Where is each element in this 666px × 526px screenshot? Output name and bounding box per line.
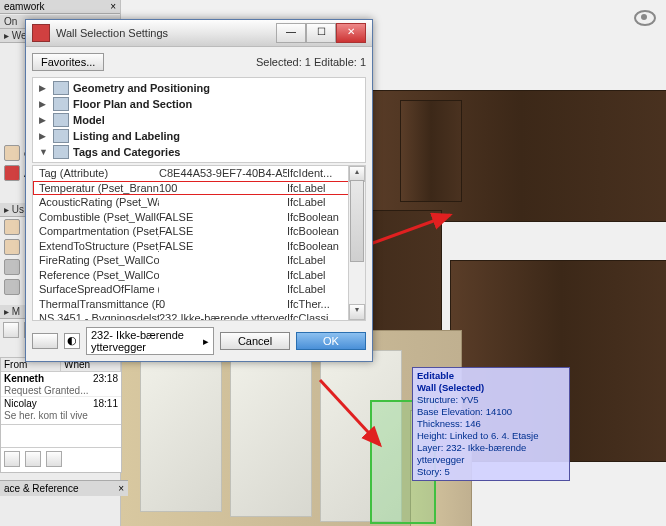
attr-type: IfcLabel bbox=[287, 253, 339, 268]
close-icon[interactable]: × bbox=[118, 483, 124, 494]
scroll-thumb[interactable] bbox=[350, 180, 364, 262]
scrollbar[interactable]: ▴ ▾ bbox=[348, 166, 365, 320]
minimize-button[interactable]: — bbox=[276, 23, 306, 43]
attr-row[interactable]: Reference (Pset_WallComm... IfcLabel bbox=[33, 268, 365, 283]
tooltip-thickness: Thickness: 146 bbox=[417, 418, 565, 430]
attr-value[interactable]: C8E44A53-9EF7-40B4-A531-910F033 bbox=[159, 166, 287, 181]
collapse-arrow-icon[interactable]: ▶ bbox=[39, 99, 49, 109]
attr-row-highlighted[interactable]: Temperatur (Pset_Brann) 100 IfcLabel bbox=[33, 181, 365, 196]
tooltip-base: Base Elevation: 14100 bbox=[417, 406, 565, 418]
model-icon bbox=[53, 113, 69, 127]
close-button[interactable]: ✕ bbox=[336, 23, 366, 43]
tooltip-layer: Layer: 232- Ikke-bærende yttervegger bbox=[417, 442, 565, 466]
chevron-down-icon: ▸ bbox=[203, 335, 209, 348]
attr-value[interactable] bbox=[159, 195, 287, 210]
chat-user[interactable]: Kenneth bbox=[4, 373, 44, 384]
attr-value[interactable] bbox=[159, 268, 287, 283]
tree-label: Listing and Labeling bbox=[73, 130, 180, 142]
tooltip-subheader: Wall (Selected) bbox=[417, 382, 565, 394]
visibility-icon[interactable]: ◐ bbox=[64, 333, 80, 349]
users-section[interactable]: Us bbox=[12, 204, 24, 215]
toolbar-btn[interactable] bbox=[3, 322, 19, 338]
attr-name: ExtendToStructure (Pset_W... bbox=[39, 239, 159, 254]
teamwork-tab-label[interactable]: eamwork bbox=[4, 1, 45, 12]
tree-model[interactable]: ▶ Model bbox=[33, 112, 365, 128]
tooltip-header: Editable bbox=[417, 370, 565, 382]
view-eye-icon[interactable] bbox=[634, 10, 656, 26]
attr-type: IfcTher... bbox=[287, 297, 339, 312]
wall-selection-settings-dialog: Wall Selection Settings — ☐ ✕ Favorites.… bbox=[25, 19, 373, 362]
selection-count: Selected: 1 Editable: 1 bbox=[256, 56, 366, 68]
tooltip-height: Height: Linked to 6. 4. Etasje bbox=[417, 430, 565, 442]
cancel-button[interactable]: Cancel bbox=[220, 332, 290, 350]
tags-icon bbox=[53, 145, 69, 159]
settings-tree: ▶ Geometry and Positioning ▶ Floor Plan … bbox=[32, 77, 366, 163]
chat-tool-btn[interactable] bbox=[4, 451, 20, 467]
attr-type: IfcLabel bbox=[287, 195, 339, 210]
favorites-button[interactable]: Favorites... bbox=[32, 53, 104, 71]
attr-name: Compartmentation (Pset_W... bbox=[39, 224, 159, 239]
dialog-titlebar[interactable]: Wall Selection Settings — ☐ ✕ bbox=[26, 20, 372, 47]
attr-value[interactable]: 232 Ikke-bærende yttervegger bbox=[159, 311, 287, 321]
attr-type: IfcClassi... bbox=[287, 311, 339, 321]
attr-row[interactable]: Compartmentation (Pset_W... FALSE IfcBoo… bbox=[33, 224, 365, 239]
dropdown-value: 232- Ikke-bærende yttervegger bbox=[91, 329, 203, 353]
attr-row[interactable]: NS 3451 - Bygningsdelstabe... 232 Ikke-b… bbox=[33, 311, 365, 321]
attr-value[interactable]: 0 bbox=[159, 297, 287, 312]
attr-row[interactable]: Tag (Attribute) C8E44A53-9EF7-40B4-A531-… bbox=[33, 166, 365, 181]
avatar-icon bbox=[4, 279, 20, 295]
attr-value[interactable]: FALSE bbox=[159, 210, 287, 225]
attr-row[interactable]: ExtendToStructure (Pset_W... FALSE IfcBo… bbox=[33, 239, 365, 254]
collapse-arrow-icon[interactable]: ▶ bbox=[39, 131, 49, 141]
tooltip-story: Story: 5 bbox=[417, 466, 565, 478]
tree-listing[interactable]: ▶ Listing and Labeling bbox=[33, 128, 365, 144]
attr-type: IfcLabel bbox=[287, 268, 339, 283]
chat-tool-btn[interactable] bbox=[46, 451, 62, 467]
avatar-icon bbox=[4, 259, 20, 275]
attr-type: IfcIdent... bbox=[287, 166, 339, 181]
dialog-title: Wall Selection Settings bbox=[56, 27, 276, 39]
attr-type: IfcLabel bbox=[287, 282, 339, 297]
expand-arrow-icon[interactable]: ▼ bbox=[39, 147, 49, 157]
attr-row[interactable]: Combustible (Pset_WallCom... FALSE IfcBo… bbox=[33, 210, 365, 225]
attr-row[interactable]: SurfaceSpreadOfFlame (Pse... IfcLabel bbox=[33, 282, 365, 297]
attr-name: Combustible (Pset_WallCom... bbox=[39, 210, 159, 225]
tree-geometry[interactable]: ▶ Geometry and Positioning bbox=[33, 80, 365, 96]
attr-value[interactable]: 100 bbox=[159, 181, 287, 196]
chat-tool-btn[interactable] bbox=[25, 451, 41, 467]
maximize-button[interactable]: ☐ bbox=[306, 23, 336, 43]
managed-section[interactable]: M bbox=[12, 306, 20, 317]
attr-row[interactable]: AcousticRating (Pset_WallC... IfcLabel bbox=[33, 195, 365, 210]
attr-value[interactable]: FALSE bbox=[159, 239, 287, 254]
trace-reference-tab[interactable]: ace & Reference × bbox=[0, 480, 128, 496]
attr-value[interactable] bbox=[159, 253, 287, 268]
layer-dropdown[interactable]: 232- Ikke-bærende yttervegger ▸ bbox=[86, 327, 214, 355]
attr-row[interactable]: FireRating (Pset_WallCom... IfcLabel bbox=[33, 253, 365, 268]
attr-name: AcousticRating (Pset_WallC... bbox=[39, 195, 159, 210]
avatar-icon bbox=[4, 145, 20, 161]
element-info-tooltip: Editable Wall (Selected) Structure: YV5 … bbox=[412, 367, 570, 481]
ok-button[interactable]: OK bbox=[296, 332, 366, 350]
tree-tags[interactable]: ▼ Tags and Categories bbox=[33, 144, 365, 160]
chat-panel: From When Kenneth 23:18 Request Granted.… bbox=[0, 357, 122, 473]
collapse-arrow-icon[interactable]: ▶ bbox=[39, 83, 49, 93]
attr-name: Tag (Attribute) bbox=[39, 166, 159, 181]
collapse-arrow-icon[interactable]: ▶ bbox=[39, 115, 49, 125]
tree-label: Tags and Categories bbox=[73, 146, 180, 158]
chat-time2: 18:11 bbox=[93, 398, 118, 409]
attr-type: IfcLabel bbox=[287, 181, 339, 196]
scroll-down-button[interactable]: ▾ bbox=[349, 304, 365, 320]
attr-value[interactable]: FALSE bbox=[159, 224, 287, 239]
chat-message2: Se her. kom til vive bbox=[1, 410, 121, 424]
chat-user2[interactable]: Nicolay bbox=[4, 398, 37, 409]
attr-row[interactable]: ThermalTransmittance (Pse... 0 IfcTher..… bbox=[33, 297, 365, 312]
attributes-table: Tag (Attribute) C8E44A53-9EF7-40B4-A531-… bbox=[32, 165, 366, 321]
floorplan-icon bbox=[53, 97, 69, 111]
teamwork-close[interactable]: × bbox=[110, 1, 116, 12]
avatar-icon bbox=[4, 219, 20, 235]
tree-floorplan[interactable]: ▶ Floor Plan and Section bbox=[33, 96, 365, 112]
attr-name: FireRating (Pset_WallCom... bbox=[39, 253, 159, 268]
geometry-icon bbox=[53, 81, 69, 95]
attr-value[interactable] bbox=[159, 282, 287, 297]
attr-name: ThermalTransmittance (Pse... bbox=[39, 297, 159, 312]
